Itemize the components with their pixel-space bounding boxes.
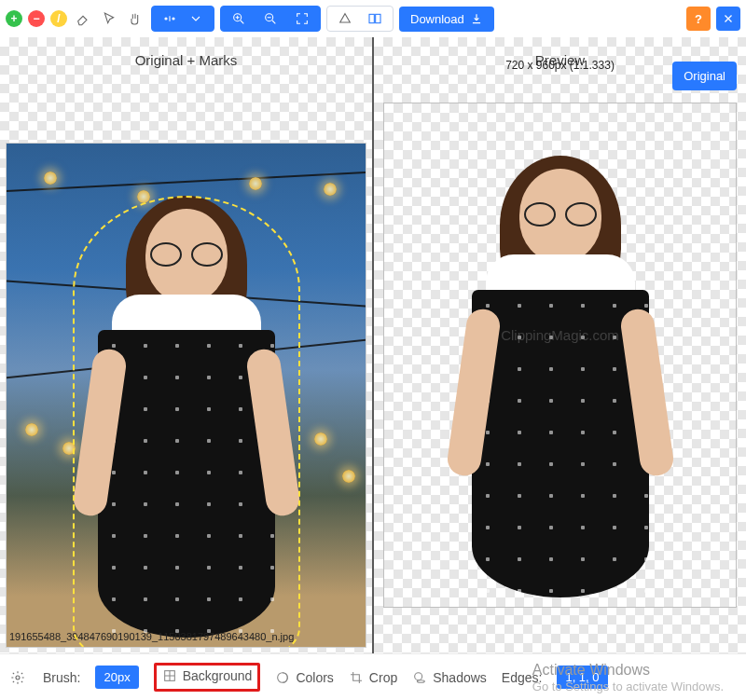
chevron-down-icon [186, 8, 206, 29]
svg-point-10 [418, 679, 425, 682]
shadows-button[interactable]: Shadows [412, 670, 487, 685]
close-icon [722, 12, 735, 25]
pan-tool[interactable] [125, 8, 145, 29]
bottom-toolbar: Brush: 20px Background Colors Crop Shado… [0, 653, 746, 700]
crop-button[interactable]: Crop [349, 670, 397, 685]
keep-marker-tool[interactable]: + [6, 10, 22, 27]
svg-rect-4 [369, 14, 374, 22]
preview-pane: Preview Original ClippingMagic.com 720 x… [374, 37, 746, 653]
split-view-icon[interactable] [365, 8, 385, 29]
workspace: Original + Marks [0, 37, 746, 653]
fit-screen-icon[interactable] [292, 8, 312, 29]
dimensions-caption: 720 x 960px (1:1.333) [374, 59, 746, 72]
gear-icon[interactable] [7, 667, 28, 688]
compare-group [326, 6, 394, 32]
top-toolbar: + − / Download [0, 0, 746, 37]
hair-tool[interactable]: / [50, 10, 67, 27]
brush-size-value[interactable]: 20px [95, 666, 138, 689]
watermark: ClippingMagic.com [501, 327, 619, 343]
background-button-highlight: Background [154, 663, 261, 692]
original-image[interactable] [6, 143, 366, 648]
shadows-icon [412, 670, 427, 685]
download-button[interactable]: Download [399, 7, 494, 32]
background-icon [162, 668, 177, 683]
svg-point-9 [415, 672, 422, 679]
brush-label: Brush: [43, 670, 80, 685]
colors-label: Colors [296, 670, 333, 685]
svg-point-6 [16, 676, 20, 679]
background-button[interactable]: Background [162, 668, 253, 683]
svg-rect-5 [376, 14, 380, 22]
subject-person [89, 209, 284, 638]
download-icon [470, 12, 483, 25]
pointer-tool[interactable] [99, 8, 119, 29]
crop-label: Crop [369, 670, 397, 685]
original-pane-title: Original + Marks [0, 37, 372, 77]
filename-caption: 191655488_394847690190139_11503817974896… [9, 631, 294, 642]
zoom-in-icon[interactable] [228, 8, 249, 29]
original-pane: Original + Marks [0, 37, 374, 653]
colors-icon [275, 670, 290, 685]
close-button[interactable] [716, 7, 740, 31]
view-mode-icon [159, 8, 180, 29]
subject-person-preview [463, 169, 658, 597]
preview-image[interactable]: ClippingMagic.com [383, 103, 737, 608]
crop-icon [349, 670, 364, 685]
zoom-out-icon[interactable] [260, 8, 281, 29]
shadows-label: Shadows [433, 670, 487, 685]
svg-point-0 [165, 18, 167, 20]
svg-point-1 [173, 18, 174, 20]
eraser-tool[interactable] [73, 8, 93, 29]
download-label: Download [410, 12, 464, 26]
edges-value[interactable]: 1, 1, 0 [557, 666, 607, 689]
edges-label: Edges: [502, 670, 543, 685]
remove-marker-tool[interactable]: − [28, 10, 45, 27]
triangle-icon[interactable] [335, 8, 355, 29]
view-mode-dropdown[interactable] [151, 6, 214, 32]
background-label: Background [183, 668, 253, 683]
colors-button[interactable]: Colors [275, 670, 333, 685]
zoom-group [220, 6, 321, 32]
help-button[interactable]: ? [686, 7, 711, 31]
